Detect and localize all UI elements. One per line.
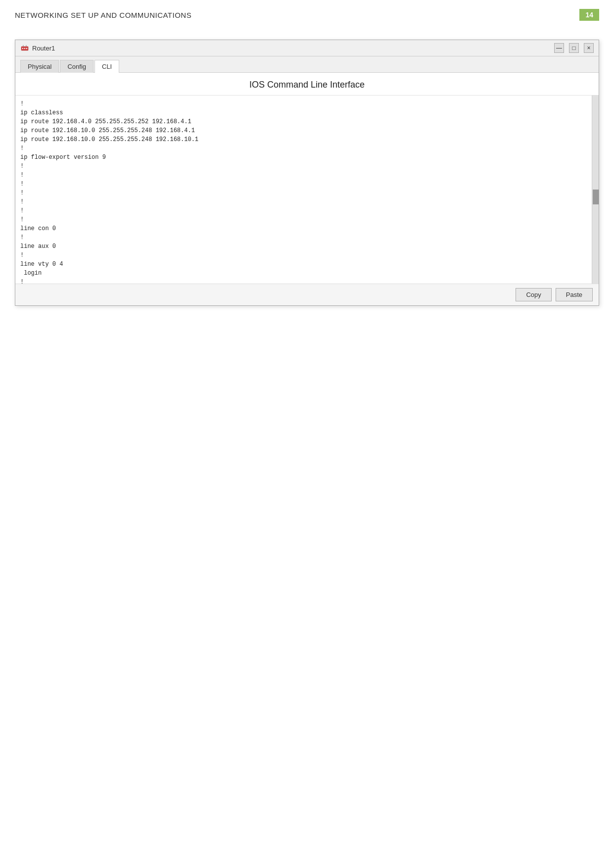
window-titlebar: Router1 — □ ×	[15, 40, 599, 56]
window-title: Router1	[32, 45, 55, 52]
paste-button[interactable]: Paste	[556, 288, 593, 301]
page-title: NETWORKING SET UP AND COMMUNICATIONS	[15, 11, 191, 19]
cli-textarea[interactable]: ! ip classless ip route 192.168.4.0 255.…	[15, 96, 592, 284]
ios-header: IOS Command Line Interface	[15, 73, 599, 96]
svg-point-2	[24, 48, 25, 49]
bottom-bar: Copy Paste	[15, 284, 599, 305]
router-window: Router1 — □ × Physical Config CLI IOS Co…	[15, 40, 599, 306]
window-controls: — □ ×	[554, 43, 594, 53]
tab-bar: Physical Config CLI	[15, 56, 599, 73]
maximize-button[interactable]: □	[569, 43, 579, 53]
tab-config[interactable]: Config	[60, 60, 94, 73]
scrollbar-thumb[interactable]	[593, 190, 599, 204]
copy-button[interactable]: Copy	[516, 288, 551, 301]
close-button[interactable]: ×	[584, 43, 594, 53]
page-header: NETWORKING SET UP AND COMMUNICATIONS 14	[0, 0, 614, 30]
cli-area: ! ip classless ip route 192.168.4.0 255.…	[15, 96, 599, 284]
svg-point-3	[26, 48, 27, 49]
svg-point-1	[22, 48, 23, 49]
tab-cli[interactable]: CLI	[94, 60, 119, 73]
scrollbar-track[interactable]	[592, 96, 599, 284]
window-title-left: Router1	[20, 44, 55, 52]
page-number-badge: 14	[579, 9, 599, 21]
window-content: IOS Command Line Interface ! ip classles…	[15, 73, 599, 305]
minimize-button[interactable]: —	[554, 43, 564, 53]
tab-physical[interactable]: Physical	[20, 60, 59, 73]
router-icon	[20, 44, 29, 52]
